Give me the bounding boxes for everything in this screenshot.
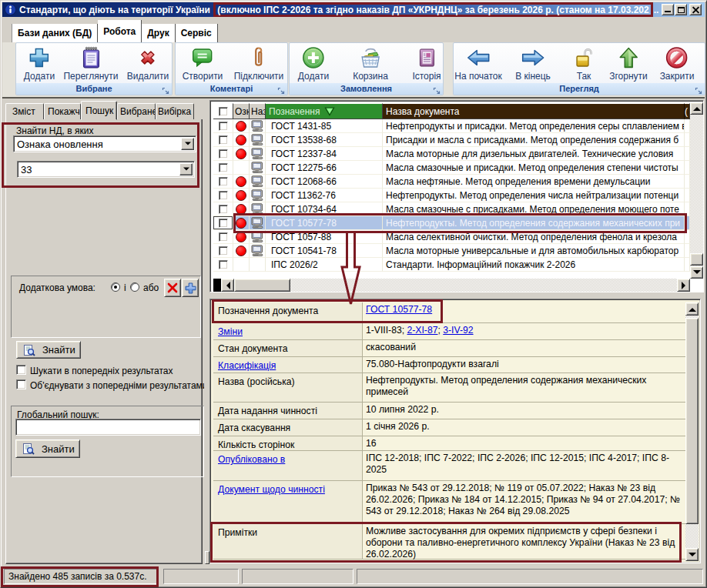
grid-vscroll-thumb[interactable] xyxy=(690,253,703,266)
grid-vscroll-track[interactable] xyxy=(690,115,703,266)
combo-dropdown-button[interactable] xyxy=(181,138,194,150)
table-row[interactable]: ІПС 2026/2Стандарти. Інформаційний покаж… xyxy=(212,258,690,272)
group-expand-icon[interactable] xyxy=(162,85,170,93)
ribbon-button-Закрити[interactable]: Закрити xyxy=(660,45,695,82)
row-doc-name-cell[interactable]: Масла смазочные с присадками. Метод опре… xyxy=(383,202,685,216)
find-button[interactable]: Знайти xyxy=(16,341,81,359)
grid-scroll-right-button[interactable] xyxy=(677,279,690,292)
row-checkbox-cell[interactable] xyxy=(213,230,233,244)
row-checkbox-cell[interactable] xyxy=(213,258,233,272)
row-designation-cell[interactable]: ГОСТ 12275-66 xyxy=(266,161,383,175)
row-designation-cell[interactable]: ГОСТ 1431-85 xyxy=(266,119,383,133)
row-checkbox-cell[interactable] xyxy=(213,119,233,133)
ribbon-button-Згорнути[interactable]: Згорнути xyxy=(609,45,648,82)
ribbon-tab-Друк[interactable]: Друк xyxy=(142,24,175,42)
grid-scroll-down-button[interactable] xyxy=(690,266,703,279)
radio-and[interactable] xyxy=(111,282,120,292)
header-mark[interactable]: Ознака xyxy=(233,103,250,119)
sidebar-tab-Пошук[interactable]: Пошук xyxy=(81,101,117,120)
row-designation-cell[interactable]: ГОСТ 12068-66 xyxy=(266,175,383,189)
detail-label-link[interactable]: Зміни xyxy=(218,326,243,337)
row-doc-name-cell[interactable]: Нефтепродукты. Метод определения числа н… xyxy=(383,189,685,202)
sidebar-tab-Вибране[interactable]: Вибране xyxy=(117,103,156,120)
minimize-button[interactable] xyxy=(662,4,674,15)
row-doc-name-cell[interactable]: Присадки и масла с присадками. Метод опр… xyxy=(383,133,685,147)
detail-label-link[interactable]: Документ щодо чинності xyxy=(218,484,325,495)
row-designation-cell[interactable]: ГОСТ 1057-88 xyxy=(266,230,383,244)
detail-label-link[interactable]: Класифікація xyxy=(218,360,276,371)
row-checkbox-cell[interactable] xyxy=(213,189,233,202)
row-doc-name-cell[interactable]: Нефтепродукты. Метод определения содержа… xyxy=(383,216,685,230)
table-row[interactable]: ГОСТ 12337-84Масла моторные для дизельны… xyxy=(212,147,690,161)
row-checkbox-cell[interactable] xyxy=(213,147,233,161)
grid-scroll-up-button[interactable] xyxy=(690,102,703,115)
row-checkbox-cell[interactable] xyxy=(213,161,233,175)
detail-value-link[interactable]: 3-IV-92 xyxy=(443,325,473,336)
sidebar-tab-Покажчик[interactable]: Покажчик xyxy=(44,103,81,120)
table-row[interactable]: ГОСТ 11362-76Нефтепродукты. Метод опреде… xyxy=(212,189,690,202)
header-designation[interactable]: Позначення xyxy=(266,103,383,119)
combo-dropdown-button[interactable] xyxy=(179,163,193,175)
maximize-button[interactable] xyxy=(675,4,687,15)
ribbon-button-Додати[interactable]: Додати xyxy=(298,45,329,82)
row-designation-cell[interactable]: ГОСТ 10577-78 xyxy=(266,216,383,230)
row-doc-name-cell[interactable]: Масла селективной очистки. Метод определ… xyxy=(383,230,685,244)
row-doc-name-cell[interactable]: Стандарти. Інформаційний покажчик 2-2026 xyxy=(383,258,685,272)
grid-hscroll-thumb[interactable] xyxy=(234,279,290,292)
header-availability[interactable]: Назва xyxy=(250,103,266,119)
table-row[interactable]: ГОСТ 13538-68Присадки и масла с присадка… xyxy=(212,133,690,147)
group-expand-icon[interactable] xyxy=(433,85,441,93)
detail-value-link[interactable]: 2-XI-87 xyxy=(407,325,438,336)
global-search-input[interactable] xyxy=(15,419,201,436)
detail-vscroll-thumb[interactable] xyxy=(685,318,699,524)
row-checkbox-cell[interactable] xyxy=(213,216,233,230)
search-field-combobox[interactable]: Ознака оновлення xyxy=(13,135,196,152)
table-row[interactable]: ГОСТ 10541-78Масла моторные универсальны… xyxy=(212,244,690,258)
row-designation-cell[interactable]: ІПС 2026/2 xyxy=(266,258,383,272)
table-row[interactable]: ГОСТ 10734-64Масла смазочные с присадкам… xyxy=(212,202,690,216)
detail-value-link[interactable]: ГОСТ 10577-78 xyxy=(366,304,432,315)
condition-add-button[interactable] xyxy=(182,279,199,297)
row-checkbox-cell[interactable] xyxy=(213,202,233,216)
radio-or[interactable] xyxy=(130,282,139,292)
sidebar-tab-Зміст[interactable]: Зміст xyxy=(5,103,44,120)
row-doc-name-cell[interactable]: Масла смазочные и присадки. Метод опреде… xyxy=(383,161,685,175)
grid-hscroll-track[interactable] xyxy=(290,279,677,292)
detail-scroll-down-button[interactable] xyxy=(685,548,699,561)
row-doc-name-cell[interactable]: Нефтепродукты и присадки. Метод определе… xyxy=(383,119,685,133)
splitter[interactable] xyxy=(204,99,209,566)
table-row[interactable]: ГОСТ 10577-78Нефтепродукты. Метод опреде… xyxy=(212,216,690,230)
row-designation-cell[interactable]: ГОСТ 10734-64 xyxy=(266,202,383,216)
detail-scroll-up-button[interactable] xyxy=(685,302,699,316)
row-checkbox-cell[interactable] xyxy=(213,175,233,189)
checkbox-merge-previous[interactable]: Об'єднувати з попередніми результатами xyxy=(16,379,206,391)
table-row[interactable]: ГОСТ 1431-85Нефтепродукты и присадки. Ме… xyxy=(212,119,690,133)
row-designation-cell[interactable]: ГОСТ 12337-84 xyxy=(266,147,383,161)
group-expand-icon[interactable] xyxy=(277,85,286,93)
header-select-all[interactable] xyxy=(213,103,233,119)
ribbon-button-Так[interactable]: Так xyxy=(574,45,594,82)
table-row[interactable]: ГОСТ 12068-66Масла нефтяные. Метод опред… xyxy=(212,175,690,189)
ribbon-button-Додати[interactable]: Додати xyxy=(24,45,55,82)
table-row[interactable]: ГОСТ 12275-66Масла смазочные и присадки.… xyxy=(212,161,690,175)
sidebar-tab-Вибірка[interactable]: Вибірка xyxy=(156,103,194,120)
ribbon-tab-Бази даних (БД)[interactable]: Бази даних (БД) xyxy=(12,24,98,42)
condition-delete-button[interactable] xyxy=(164,279,181,297)
ribbon-tab-Робота[interactable]: Робота xyxy=(98,20,142,42)
row-doc-name-cell[interactable]: Масла моторные для дизельных двигателей.… xyxy=(383,147,685,161)
checkbox-search-previous[interactable]: Шукати в попередніх результатах xyxy=(16,365,173,376)
row-checkbox-cell[interactable] xyxy=(213,244,233,258)
row-doc-name-cell[interactable]: Масла моторные универсальные и для автом… xyxy=(383,244,685,258)
ribbon-button-Переглянути[interactable]: Переглянути xyxy=(63,45,118,82)
close-button[interactable] xyxy=(689,4,702,15)
ribbon-button-Підключити[interactable]: Підключити xyxy=(234,45,284,82)
ribbon-button-В кінець[interactable]: В кінець xyxy=(515,45,551,82)
detail-label-link[interactable]: Опубліковано в xyxy=(218,454,285,465)
ribbon-button-Створити[interactable]: Створити xyxy=(183,45,223,82)
global-find-button[interactable]: Знайти xyxy=(15,439,80,458)
ribbon-button-Корзина[interactable]: Корзина xyxy=(353,45,388,82)
grid-scroll-left-button[interactable] xyxy=(221,279,234,292)
header-doc-name[interactable]: Назва документа xyxy=(383,103,685,119)
row-designation-cell[interactable]: ГОСТ 13538-68 xyxy=(266,133,383,147)
row-doc-name-cell[interactable]: Масла нефтяные. Метод определения времен… xyxy=(383,175,685,189)
